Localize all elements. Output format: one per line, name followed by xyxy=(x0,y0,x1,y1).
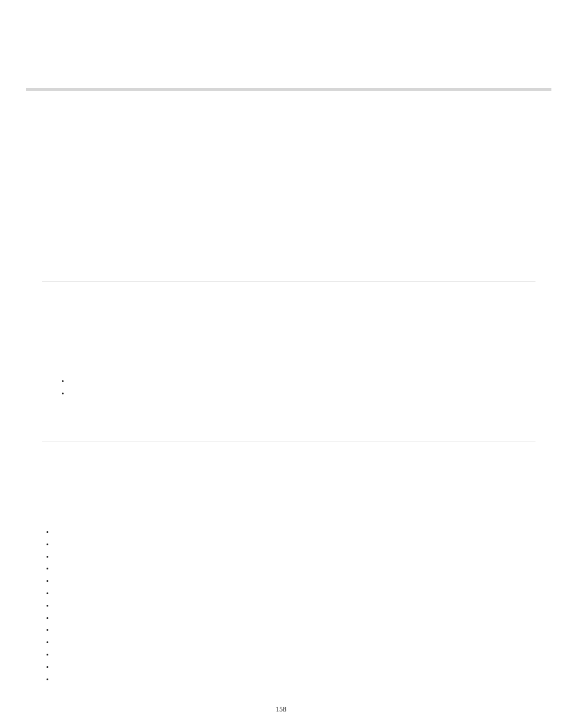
bullet-point xyxy=(47,678,48,680)
bullet-point xyxy=(47,641,48,643)
bullet-point xyxy=(47,654,48,655)
bullet-point xyxy=(62,380,64,382)
bullet-point xyxy=(47,568,48,569)
bullet-point xyxy=(47,543,48,545)
bullet-point xyxy=(47,592,48,594)
horizontal-rule-thick xyxy=(26,88,551,91)
horizontal-rule-thin-1 xyxy=(42,281,535,282)
bullet-point xyxy=(47,556,48,558)
bullet-list-lower xyxy=(47,531,48,680)
bullet-point xyxy=(62,393,64,394)
bullet-point xyxy=(47,531,48,533)
bullet-point xyxy=(47,666,48,668)
bullet-point xyxy=(47,617,48,619)
page-number: 158 xyxy=(0,705,562,714)
bullet-point xyxy=(47,580,48,582)
horizontal-rule-thin-2 xyxy=(42,441,535,442)
bullet-list-upper xyxy=(62,380,64,394)
page: 158 xyxy=(0,0,562,728)
bullet-point xyxy=(47,605,48,607)
bullet-point xyxy=(47,629,48,631)
